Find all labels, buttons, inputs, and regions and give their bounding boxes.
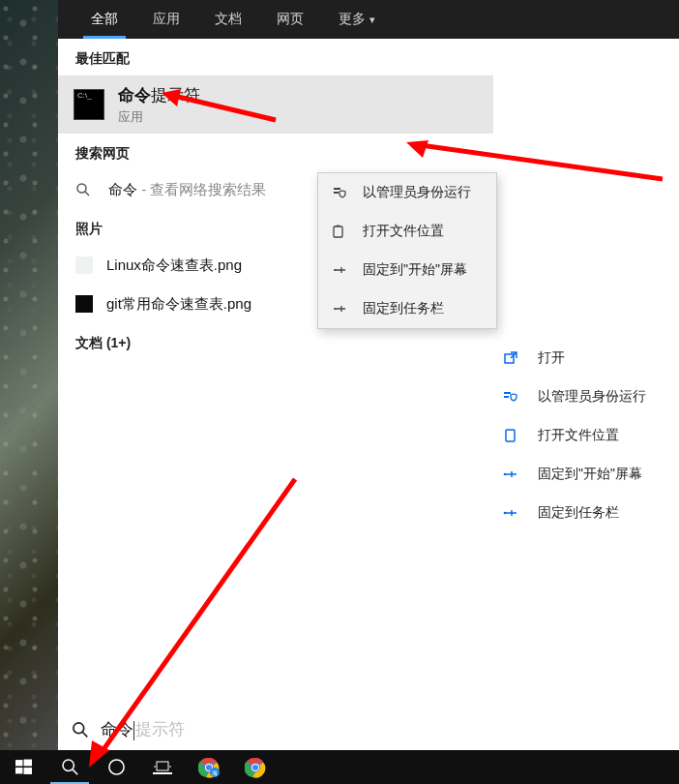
preview-item-label: 以管理员身份运行	[538, 388, 646, 406]
svg-line-10	[82, 732, 87, 737]
preview-actions-list: 打开 以管理员身份运行 打开文件位置	[495, 77, 679, 532]
pin-icon	[503, 505, 522, 521]
preview-open-location[interactable]: 打开文件位置	[495, 416, 679, 455]
svg-point-29	[252, 765, 258, 770]
pin-icon	[332, 262, 349, 278]
search-input-text[interactable]: 命令提示符	[101, 718, 185, 740]
text-caret	[133, 721, 134, 740]
svg-text:海: 海	[212, 770, 218, 776]
search-input-box[interactable]: 命令提示符	[58, 708, 679, 750]
tab-all[interactable]: 全部	[74, 0, 135, 39]
section-web-label: 搜索网页	[58, 134, 493, 170]
preview-item-label: 固定到"开始"屏幕	[538, 466, 642, 483]
web-search-text: 命令 - 查看网络搜索结果	[108, 181, 266, 199]
cmd-icon: C:\_	[74, 89, 104, 120]
search-icon	[75, 182, 95, 197]
svg-point-8	[504, 512, 507, 515]
chrome-icon: 海	[198, 757, 220, 778]
pin-icon	[503, 467, 522, 482]
context-run-as-admin[interactable]: 以管理员身份运行	[318, 173, 496, 212]
svg-rect-2	[334, 226, 342, 237]
photo-item-label: Linux命令速查表.png	[106, 256, 242, 275]
preview-open[interactable]: 打开	[495, 339, 679, 377]
context-open-location[interactable]: 打开文件位置	[318, 212, 496, 251]
svg-point-17	[108, 760, 123, 774]
svg-rect-12	[23, 760, 32, 767]
search-icon	[61, 758, 79, 776]
svg-line-1	[85, 192, 89, 196]
svg-point-0	[77, 184, 86, 193]
search-tabs: 全部 应用 文档 网页 更多▾	[58, 0, 679, 39]
folder-icon	[503, 428, 522, 443]
photo-item-label: git常用命令速查表.png	[106, 295, 251, 314]
taskbar-search-button[interactable]	[46, 750, 93, 784]
task-view-icon	[153, 760, 172, 775]
preview-pin-taskbar[interactable]: 固定到任务栏	[495, 494, 679, 532]
best-match-subtitle: 应用	[118, 108, 200, 126]
svg-rect-13	[15, 768, 22, 773]
desktop-background	[0, 0, 58, 750]
shield-icon	[503, 389, 522, 405]
preview-item-label: 固定到任务栏	[538, 504, 619, 522]
image-thumbnail-icon	[75, 256, 93, 274]
section-best-match-label: 最佳匹配	[58, 39, 493, 75]
best-match-title: 命令提示符	[118, 84, 200, 106]
svg-point-15	[63, 760, 74, 770]
svg-rect-18	[157, 762, 168, 770]
chrome-icon	[245, 757, 266, 778]
context-item-label: 固定到"开始"屏幕	[363, 261, 467, 279]
results-body: 最佳匹配 C:\_ 命令提示符 应用 搜索网页 命令 - 查看网络搜索结果 照片…	[58, 39, 679, 708]
best-match-item[interactable]: C:\_ 命令提示符 应用	[58, 75, 493, 134]
cortana-button[interactable]	[93, 750, 139, 784]
windows-icon	[15, 759, 32, 775]
context-item-label: 固定到任务栏	[363, 300, 444, 317]
tab-web[interactable]: 网页	[259, 0, 321, 39]
folder-icon	[332, 224, 349, 239]
context-pin-taskbar[interactable]: 固定到任务栏	[318, 289, 496, 328]
tab-documents[interactable]: 文档	[197, 0, 259, 39]
chevron-down-icon: ▾	[369, 14, 375, 26]
preview-item-label: 打开	[538, 349, 565, 367]
start-button[interactable]	[0, 750, 46, 784]
svg-point-7	[504, 473, 507, 476]
preview-pin-start[interactable]: 固定到"开始"屏幕	[495, 455, 679, 494]
context-item-label: 以管理员身份运行	[363, 184, 471, 201]
taskbar: 海	[0, 750, 679, 784]
context-menu: 以管理员身份运行 打开文件位置 固定到"开始"屏幕 固定到任务栏	[317, 172, 497, 329]
preview-run-admin[interactable]: 以管理员身份运行	[495, 377, 679, 416]
search-results-panel: 全部 应用 文档 网页 更多▾ 最佳匹配 C:\_ 命令提示符 应用 搜索网页 …	[58, 0, 679, 750]
taskbar-app-chrome[interactable]: 海	[186, 750, 232, 784]
image-thumbnail-icon	[75, 295, 93, 313]
svg-point-3	[334, 269, 336, 271]
taskbar-app-chrome-2[interactable]	[232, 750, 279, 784]
task-view-button[interactable]	[139, 750, 186, 784]
cortana-icon	[107, 758, 126, 776]
svg-rect-6	[506, 430, 515, 441]
preview-item-label: 打开文件位置	[538, 427, 619, 444]
svg-rect-11	[15, 760, 22, 766]
context-pin-start[interactable]: 固定到"开始"屏幕	[318, 251, 496, 289]
best-match-texts: 命令提示符 应用	[118, 84, 200, 126]
svg-rect-14	[23, 768, 32, 774]
svg-point-4	[334, 308, 336, 310]
open-icon	[503, 350, 522, 366]
tab-apps[interactable]: 应用	[135, 0, 197, 39]
svg-line-16	[73, 769, 77, 774]
search-icon	[72, 721, 89, 739]
preview-panel: 打开 以管理员身份运行 打开文件位置	[495, 77, 679, 634]
tab-more[interactable]: 更多▾	[321, 0, 393, 39]
shield-icon	[332, 185, 349, 200]
pin-icon	[332, 301, 349, 317]
context-item-label: 打开文件位置	[363, 223, 444, 240]
svg-point-9	[74, 722, 84, 733]
